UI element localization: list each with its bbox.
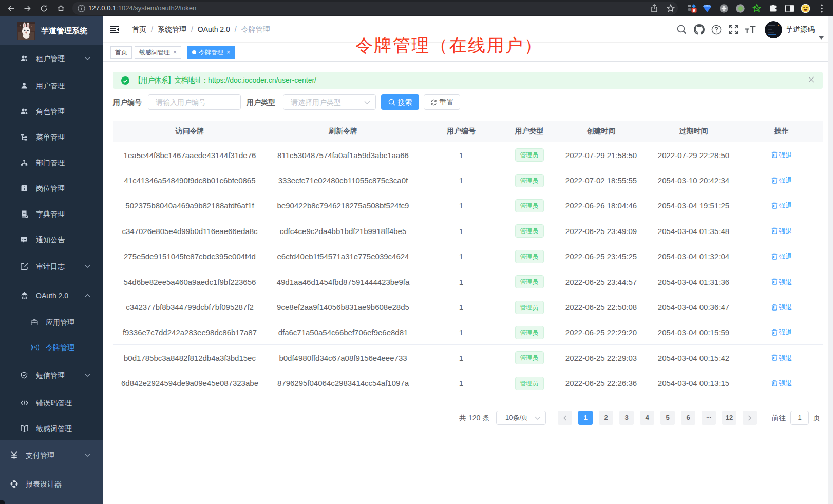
svg-text:9: 9	[693, 8, 695, 13]
svg-text:A: A	[34, 345, 36, 349]
